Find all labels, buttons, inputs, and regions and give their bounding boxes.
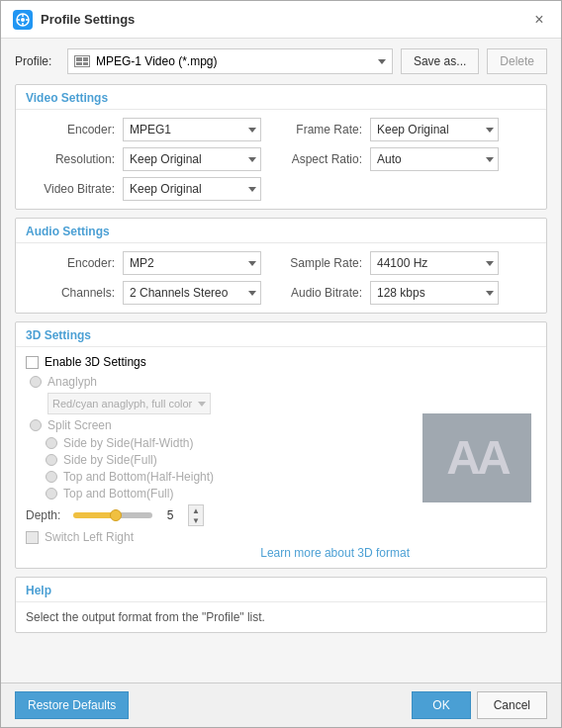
- audio-encoder-row: Encoder: MP2: [26, 251, 279, 275]
- audio-settings-body: Encoder: MP2 Channels: 2 Channels Stereo: [16, 243, 546, 313]
- enable-3d-checkbox[interactable]: [26, 356, 39, 369]
- bitrate-arrow: [248, 187, 256, 192]
- dialog-title: Profile Settings: [41, 12, 135, 27]
- split-screen-radio[interactable]: [30, 419, 42, 431]
- channels-select[interactable]: 2 Channels Stereo: [123, 281, 261, 305]
- profile-dropdown-arrow: [378, 59, 386, 64]
- video-settings-body: Encoder: MPEG1 Resolution: Keep Original: [16, 110, 546, 209]
- app-icon: [13, 10, 33, 30]
- audio-bitrate-row: Audio Bitrate: 128 kbps: [283, 281, 536, 305]
- d3-left-panel: Enable 3D Settings Anaglyph Red/cyan ana…: [26, 355, 410, 560]
- depth-slider[interactable]: [73, 512, 152, 518]
- audio-encoder-select[interactable]: MP2: [123, 251, 261, 275]
- depth-slider-thumb[interactable]: [110, 509, 122, 521]
- dialog-content: Profile: MPEG-1 Video (*.mpg) Save as...…: [1, 39, 561, 682]
- aspect-ratio-value: Auto: [377, 152, 482, 166]
- bitrate-row: Video Bitrate: Keep Original: [26, 177, 279, 201]
- depth-up-button[interactable]: ▲: [189, 505, 203, 515]
- anaglyph-radio[interactable]: [30, 376, 42, 388]
- audio-rows: Encoder: MP2 Channels: 2 Channels Stereo: [26, 251, 536, 305]
- encoder-select[interactable]: MPEG1: [123, 118, 261, 141]
- close-button[interactable]: ×: [529, 10, 549, 30]
- video-settings-section: Video Settings Encoder: MPEG1 Resolution…: [15, 84, 547, 210]
- delete-button[interactable]: Delete: [487, 48, 547, 74]
- dialog-footer: Restore Defaults OK Cancel: [1, 682, 561, 727]
- resolution-arrow: [248, 157, 256, 162]
- audio-encoder-label: Encoder:: [26, 256, 115, 270]
- audio-settings-title: Audio Settings: [16, 219, 546, 243]
- bitrate-value: Keep Original: [130, 182, 244, 196]
- sample-rate-label: Sample Rate:: [283, 256, 362, 270]
- bitrate-label: Video Bitrate:: [26, 182, 115, 196]
- side-by-side-half-row: Side by Side(Half-Width): [26, 436, 410, 450]
- help-text: Select the output format from the "Profi…: [16, 602, 546, 632]
- aspect-ratio-arrow: [486, 157, 494, 162]
- sample-rate-row: Sample Rate: 44100 Hz: [283, 251, 536, 275]
- footer-right: OK Cancel: [412, 691, 547, 719]
- framerate-select[interactable]: Keep Original: [370, 118, 499, 141]
- top-bottom-full-row: Top and Bottom(Full): [26, 487, 410, 500]
- depth-spinner[interactable]: ▲ ▼: [188, 504, 204, 526]
- ok-button[interactable]: OK: [412, 691, 470, 719]
- depth-down-button[interactable]: ▼: [189, 515, 203, 525]
- audio-bitrate-arrow: [486, 291, 494, 296]
- top-bottom-half-radio[interactable]: [46, 471, 57, 483]
- side-by-side-half-radio[interactable]: [46, 437, 57, 449]
- channels-arrow: [248, 291, 256, 296]
- audio-right: Sample Rate: 44100 Hz Audio Bitrate: 128…: [283, 251, 536, 305]
- bitrate-select[interactable]: Keep Original: [123, 177, 261, 201]
- resolution-label: Resolution:: [26, 152, 115, 166]
- anaglyph-option: Red/cyan anaglyph, full color: [52, 398, 198, 410]
- d3-settings-title: 3D Settings: [16, 322, 546, 347]
- save-as-button[interactable]: Save as...: [401, 48, 479, 74]
- resolution-row: Resolution: Keep Original: [26, 147, 279, 171]
- profile-label: Profile:: [15, 54, 59, 68]
- encoder-value: MPEG1: [130, 123, 244, 136]
- profile-select[interactable]: MPEG-1 Video (*.mpg): [67, 48, 393, 74]
- sample-rate-select[interactable]: 44100 Hz: [370, 251, 499, 275]
- restore-defaults-button[interactable]: Restore Defaults: [15, 691, 129, 719]
- audio-encoder-value: MP2: [130, 256, 244, 270]
- resolution-select[interactable]: Keep Original: [123, 147, 261, 171]
- cancel-button[interactable]: Cancel: [477, 691, 547, 719]
- side-by-side-full-radio[interactable]: [46, 454, 57, 466]
- anaglyph-select[interactable]: Red/cyan anaglyph, full color: [47, 393, 211, 414]
- split-screen-label: Split Screen: [47, 418, 112, 432]
- audio-left: Encoder: MP2 Channels: 2 Channels Stereo: [26, 251, 279, 305]
- switch-checkbox[interactable]: [26, 531, 39, 544]
- audio-bitrate-select[interactable]: 128 kbps: [370, 281, 499, 305]
- framerate-label: Frame Rate:: [283, 123, 362, 136]
- aa-preview: AA: [422, 413, 531, 502]
- profile-icon: [74, 55, 90, 67]
- channels-label: Channels:: [26, 286, 115, 300]
- split-screen-row: Split Screen: [26, 418, 410, 432]
- switch-label: Switch Left Right: [45, 530, 134, 544]
- top-bottom-full-radio[interactable]: [46, 488, 57, 500]
- depth-row: Depth: 5 ▲ ▼: [26, 504, 410, 526]
- video-row1: Encoder: MPEG1 Resolution: Keep Original: [26, 118, 536, 201]
- sample-rate-value: 44100 Hz: [377, 256, 482, 270]
- depth-label: Depth:: [26, 508, 65, 522]
- title-bar-left: Profile Settings: [13, 10, 135, 30]
- top-bottom-full-label: Top and Bottom(Full): [63, 487, 173, 500]
- aspect-ratio-select[interactable]: Auto: [370, 147, 499, 171]
- depth-value: 5: [160, 508, 180, 522]
- audio-bitrate-value: 128 kbps: [377, 286, 482, 300]
- audio-bitrate-label: Audio Bitrate:: [283, 286, 362, 300]
- framerate-value: Keep Original: [377, 123, 482, 136]
- anaglyph-arrow: [198, 402, 206, 407]
- framerate-arrow: [486, 128, 494, 133]
- profile-settings-dialog: Profile Settings × Profile: MPEG-1 Video…: [0, 0, 562, 728]
- profile-select-inner: MPEG-1 Video (*.mpg): [74, 54, 374, 68]
- side-by-side-half-label: Side by Side(Half-Width): [63, 436, 193, 450]
- learn-more-row: Learn more about 3D format: [26, 546, 410, 560]
- profile-row: Profile: MPEG-1 Video (*.mpg) Save as...…: [15, 48, 547, 74]
- help-section: Help Select the output format from the "…: [15, 577, 547, 633]
- learn-more-link[interactable]: Learn more about 3D format: [260, 546, 410, 560]
- title-bar: Profile Settings ×: [1, 1, 561, 39]
- anaglyph-label: Anaglyph: [47, 375, 97, 389]
- enable-3d-label: Enable 3D Settings: [45, 355, 146, 369]
- d3-settings-section: 3D Settings Enable 3D Settings Anaglyph …: [15, 321, 547, 569]
- enable-3d-row: Enable 3D Settings: [26, 355, 410, 369]
- profile-value: MPEG-1 Video (*.mpg): [96, 54, 218, 68]
